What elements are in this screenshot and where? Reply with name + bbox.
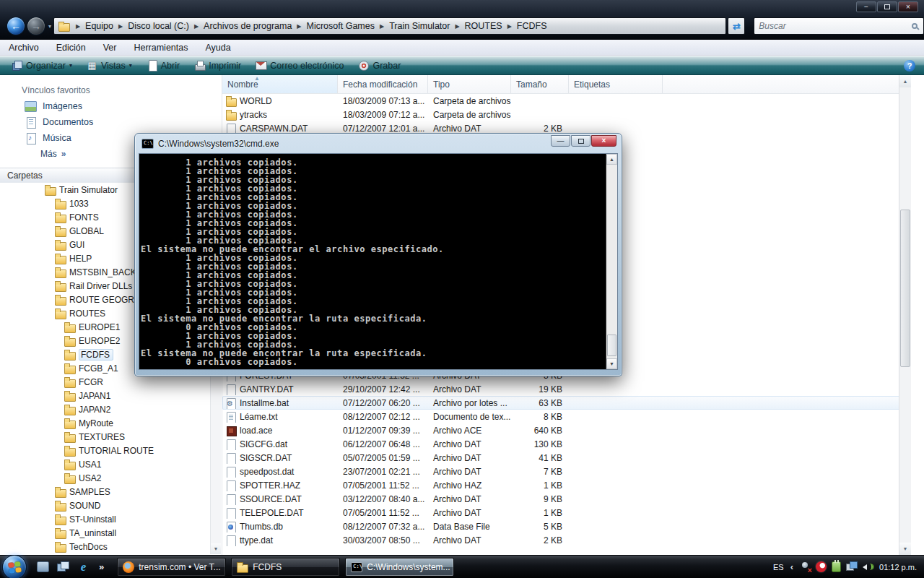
search-input[interactable] xyxy=(759,21,912,31)
forward-button[interactable]: → xyxy=(27,17,45,35)
table-row[interactable]: load.ace 01/12/2007 09:39 ... Archivo AC… xyxy=(222,423,911,437)
tray-icon[interactable] xyxy=(816,561,827,572)
file-type: Archivo DAT xyxy=(428,439,511,449)
tree-item[interactable]: ST-Uninstall xyxy=(0,512,209,526)
chevron-overflow-icon[interactable]: » xyxy=(99,561,104,572)
breadcrumb-item[interactable]: ▶ Archivos de programa xyxy=(189,21,292,31)
tree-item[interactable]: SAMPLES xyxy=(0,485,209,499)
breadcrumb-separator-icon: ▶ xyxy=(113,23,128,30)
tree-item[interactable]: FCGR xyxy=(0,375,209,389)
toolbar-button[interactable]: Correo electrónico ▾ xyxy=(248,58,351,74)
scroll-down-icon[interactable]: ▼ xyxy=(211,543,221,554)
table-row[interactable]: SSOURCE.DAT 03/12/2007 08:40 a... Archiv… xyxy=(222,492,911,506)
breadcrumb-item[interactable]: ▶ Disco local (C:) xyxy=(113,21,189,31)
column-header-size[interactable]: Tamaño xyxy=(511,75,569,93)
scrollbar-thumb[interactable] xyxy=(900,210,910,367)
scroll-up-icon[interactable]: ▲ xyxy=(899,75,911,87)
tray-icon[interactable] xyxy=(832,561,841,572)
help-button[interactable]: ? xyxy=(904,60,915,72)
taskbar-button[interactable]: C:\Windows\system... xyxy=(345,558,454,577)
tray-icon[interactable] xyxy=(846,561,857,572)
folder-icon xyxy=(55,240,66,249)
tree-item[interactable]: JAPAN2 xyxy=(0,402,209,416)
favorite-link[interactable]: Imágenes xyxy=(0,98,222,114)
tree-item[interactable]: MyRoute xyxy=(0,416,209,430)
table-row[interactable]: WORLD 18/03/2009 07:13 a... Carpeta de a… xyxy=(222,94,911,108)
list-scrollbar[interactable]: ▲ ▼ xyxy=(899,75,911,555)
column-header-name[interactable]: ▲ Nombre xyxy=(222,75,338,93)
folder-icon xyxy=(64,460,75,469)
tree-item[interactable]: TechDocs xyxy=(0,540,209,553)
refresh-button[interactable]: ⇄ xyxy=(728,17,745,35)
scroll-down-icon[interactable]: ▼ xyxy=(899,543,911,555)
tree-item[interactable]: JAPAN1 xyxy=(0,389,209,402)
tray-icon[interactable] xyxy=(800,561,811,572)
breadcrumb-item[interactable]: ▶ Microsoft Games xyxy=(292,21,375,31)
table-row[interactable]: GANTRY.DAT 29/10/2007 12:42 ... Archivo … xyxy=(222,382,911,396)
table-row[interactable]: Léame.txt 08/12/2007 02:12 ... Documento… xyxy=(222,410,911,423)
console-scrollbar[interactable]: ▲ ▼ xyxy=(606,154,617,369)
menu-item[interactable]: Ver xyxy=(95,40,126,55)
toolbar-button[interactable]: Abrir ▾ xyxy=(139,58,187,74)
breadcrumb-item[interactable]: ▶ Train Simulator xyxy=(375,21,450,31)
taskbar-button[interactable]: trensim.com • Ver T... xyxy=(117,558,226,577)
tree-item[interactable]: TEXTURES xyxy=(0,430,209,444)
close-button[interactable]: × xyxy=(898,1,918,12)
breadcrumb-item[interactable]: ▶ Equipo xyxy=(71,21,113,31)
table-row[interactable]: ttype.dat 30/03/2007 08:50 ... Archivo D… xyxy=(222,533,911,547)
table-row[interactable]: SIGSCR.DAT 05/07/2005 01:59 ... Archivo … xyxy=(222,451,911,465)
console[interactable]: 1 archivos copiados. 1 archivos copiados… xyxy=(139,153,618,370)
maximize-button[interactable] xyxy=(877,1,897,12)
toolbar-button[interactable]: Organizar ▾ xyxy=(4,58,79,74)
file-type: Archivo ACE xyxy=(428,426,511,436)
table-row[interactable]: speedpost.dat 23/07/2001 02:21 ... Archi… xyxy=(222,465,911,478)
table-row[interactable]: TELEPOLE.DAT 07/05/2001 11:52 ... Archiv… xyxy=(222,506,911,519)
history-dropdown-icon[interactable]: ▾ xyxy=(48,23,51,30)
table-row[interactable]: Installme.bat 07/12/2007 06:20 ... Archi… xyxy=(222,396,911,410)
table-row[interactable]: SIGCFG.dat 06/12/2007 06:48 ... Archivo … xyxy=(222,437,911,451)
tree-item[interactable]: USA2 xyxy=(0,471,209,485)
minimize-button[interactable]: − xyxy=(856,1,876,12)
cmd-maximize-button[interactable] xyxy=(571,135,590,147)
table-row[interactable]: ytracks 18/03/2009 07:12 a... Carpeta de… xyxy=(222,108,911,121)
chevron-collapse-icon[interactable]: ‹ xyxy=(790,561,793,572)
breadcrumb[interactable]: ▶ Equipo ▶ Disco local (C:) ▶ Archivos d… xyxy=(53,17,726,35)
quick-launch-icon[interactable] xyxy=(37,561,49,572)
search-icon[interactable] xyxy=(912,23,918,29)
tree-item[interactable]: SOUND xyxy=(0,499,209,512)
scroll-down-icon[interactable]: ▼ xyxy=(606,358,617,369)
breadcrumb-item[interactable]: ▶ FCDFS xyxy=(502,21,547,31)
toolbar-button[interactable]: Imprimir ▾ xyxy=(187,58,248,74)
tree-item[interactable]: TA_uninstall xyxy=(0,526,209,540)
tree-item[interactable]: USA1 xyxy=(0,457,209,471)
menu-item[interactable]: Edición xyxy=(48,40,95,55)
table-row[interactable]: SPOTTER.HAZ 07/05/2001 11:52 ... Archivo… xyxy=(222,478,911,492)
menu-item[interactable]: Archivo xyxy=(0,40,48,55)
back-button[interactable]: ← xyxy=(6,17,25,35)
window-controls: − × xyxy=(856,1,918,12)
quick-launch-icon[interactable] xyxy=(57,561,69,572)
toolbar-button[interactable]: Vistas ▾ xyxy=(79,58,139,74)
scroll-up-icon[interactable]: ▲ xyxy=(606,154,617,165)
table-row[interactable]: Thumbs.db 08/12/2007 07:32 a... Data Bas… xyxy=(222,519,911,533)
cmd-minimize-button[interactable]: — xyxy=(551,135,570,147)
quick-launch-icon[interactable] xyxy=(77,561,90,572)
menu-item[interactable]: Ayuda xyxy=(196,40,239,55)
taskbar-button[interactable]: FCDFS xyxy=(231,558,340,577)
breadcrumb-item[interactable]: ▶ ROUTES xyxy=(450,21,502,31)
cmd-close-button[interactable]: × xyxy=(591,135,616,147)
taskbar-clock[interactable]: 01:12 p.m. xyxy=(879,563,917,571)
toolbar-button[interactable]: Grabar ▾ xyxy=(351,58,408,74)
cmd-window[interactable]: C:\Windows\system32\cmd.exe — × 1 archiv… xyxy=(134,133,622,376)
scrollbar-thumb[interactable] xyxy=(607,335,616,356)
cmd-titlebar[interactable]: C:\Windows\system32\cmd.exe — × xyxy=(139,134,618,153)
menu-item[interactable]: Herramientas xyxy=(125,40,196,55)
column-header-type[interactable]: Tipo xyxy=(428,75,511,93)
column-header-tags[interactable]: Etiquetas xyxy=(569,75,663,93)
tree-item[interactable]: TUTORIAL ROUTE xyxy=(0,444,209,457)
start-button[interactable] xyxy=(2,555,27,578)
favorite-link[interactable]: Documentos xyxy=(0,114,222,130)
column-header-date[interactable]: Fecha modificación xyxy=(338,75,428,93)
tray-icon[interactable] xyxy=(862,561,873,572)
language-indicator[interactable]: ES xyxy=(773,563,784,571)
